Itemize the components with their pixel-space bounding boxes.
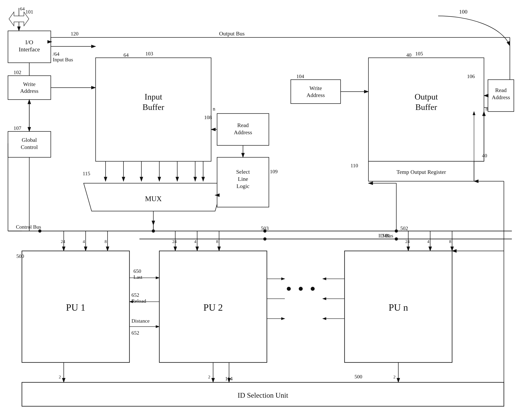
svg-text:Reload: Reload [131, 298, 146, 304]
svg-point-132 [311, 287, 315, 291]
svg-text:64: 64 [123, 52, 129, 58]
svg-text:24: 24 [405, 239, 410, 244]
svg-text:Select: Select [236, 169, 250, 175]
svg-text:2: 2 [59, 374, 61, 379]
svg-text:Last: Last [133, 274, 143, 280]
svg-rect-61 [291, 80, 341, 104]
svg-text:Output Bus: Output Bus [219, 31, 245, 37]
svg-text:2: 2 [208, 374, 210, 379]
svg-text:2: 2 [393, 374, 396, 379]
svg-text:MUX: MUX [145, 195, 162, 203]
svg-text:/64: /64 [53, 51, 59, 57]
svg-text:Write: Write [23, 81, 36, 87]
svg-text:Address: Address [307, 92, 325, 98]
svg-text:Address: Address [20, 88, 38, 94]
svg-text:120: 120 [71, 31, 78, 37]
diagram-container: 100 101 64 I/O Interface Output Bus 120 … [0, 0, 522, 420]
svg-text:Interface: Interface [19, 46, 40, 53]
svg-text:110: 110 [351, 163, 358, 168]
svg-point-94 [395, 237, 398, 241]
svg-text:109: 109 [270, 169, 278, 175]
svg-text:24: 24 [172, 239, 177, 244]
svg-text:108: 108 [204, 115, 212, 120]
svg-text:Output: Output [415, 92, 438, 101]
svg-point-93 [263, 237, 267, 241]
svg-text:652: 652 [131, 292, 139, 298]
svg-text:105: 105 [415, 51, 423, 57]
svg-text:Read: Read [495, 87, 507, 93]
svg-text:Control Bus: Control Bus [16, 224, 41, 230]
svg-text:101: 101 [25, 9, 33, 15]
svg-text:650: 650 [133, 268, 141, 274]
svg-text:Input: Input [145, 92, 162, 101]
svg-text:501: 501 [382, 233, 390, 239]
svg-text:106: 106 [467, 74, 475, 79]
svg-text:PU 1: PU 1 [66, 302, 85, 313]
svg-text:500: 500 [16, 253, 24, 259]
svg-text:PU n: PU n [389, 302, 408, 313]
svg-text:502: 502 [400, 225, 408, 231]
svg-text:Temp Output Register: Temp Output Register [397, 169, 446, 175]
svg-text:40: 40 [482, 153, 487, 159]
svg-text:Address: Address [492, 94, 510, 100]
svg-text:8: 8 [105, 239, 107, 244]
svg-point-131 [299, 287, 303, 291]
svg-text:503: 503 [261, 225, 269, 231]
svg-point-85 [38, 229, 41, 233]
svg-text:100: 100 [459, 8, 468, 15]
svg-point-130 [287, 287, 291, 291]
svg-text:102: 102 [14, 69, 21, 75]
svg-rect-49 [217, 157, 269, 207]
svg-text:Line: Line [238, 176, 248, 182]
svg-text:115: 115 [83, 171, 90, 176]
svg-text:n: n [213, 106, 215, 112]
svg-text:Global: Global [22, 137, 37, 143]
svg-text:Logic: Logic [236, 183, 249, 189]
svg-text:652: 652 [131, 330, 139, 336]
svg-rect-25 [8, 76, 51, 99]
svg-text:Distance: Distance [131, 318, 150, 324]
svg-text:ID Selection Unit: ID Selection Unit [238, 391, 288, 399]
svg-text:Buffer: Buffer [143, 103, 164, 112]
svg-text:104: 104 [296, 74, 304, 79]
svg-text:103: 103 [145, 51, 153, 57]
svg-text:Read: Read [237, 122, 249, 128]
svg-text:4: 4 [427, 239, 429, 244]
svg-text:Control: Control [21, 144, 38, 150]
svg-text:Address: Address [234, 129, 252, 135]
svg-text:8: 8 [449, 239, 451, 244]
svg-text:4: 4 [194, 239, 196, 244]
svg-text:40: 40 [406, 52, 411, 58]
svg-text:Input Bus: Input Bus [53, 57, 73, 62]
svg-text:24: 24 [61, 239, 65, 244]
svg-text:107: 107 [14, 125, 21, 131]
svg-text:Write: Write [309, 85, 322, 91]
svg-text:8: 8 [216, 239, 218, 244]
svg-text:64: 64 [20, 6, 25, 11]
svg-text:Buffer: Buffer [415, 103, 437, 112]
svg-text:500: 500 [354, 374, 362, 380]
svg-text:I/O: I/O [25, 39, 33, 46]
svg-text:4: 4 [83, 239, 85, 244]
svg-text:PU 2: PU 2 [203, 302, 223, 313]
